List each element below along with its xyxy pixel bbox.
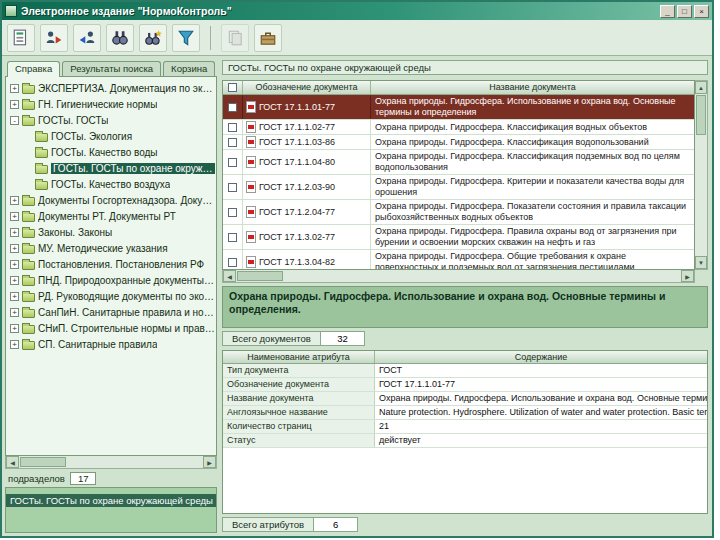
expand-icon[interactable]: + [10, 196, 19, 205]
tree-item[interactable]: +ПНД. Природоохранные документы МПР РФ [7, 272, 215, 288]
tree-item[interactable]: ГОСТы. Экология [7, 128, 215, 144]
pdf-icon[interactable] [246, 181, 256, 193]
table-row[interactable]: ГОСТ 17.1.3.02-77 Охрана природы. Гидрос… [223, 225, 694, 250]
expand-icon[interactable]: + [10, 260, 19, 269]
attributes-table: Наименование атрибута Содержание Тип док… [222, 350, 708, 514]
pdf-icon[interactable] [246, 256, 256, 268]
scroll-left-icon[interactable]: ◀ [223, 270, 236, 282]
filter-icon [177, 29, 195, 47]
tree-item[interactable]: +Документы Госгортехнадзора. Документы Г… [7, 192, 215, 208]
scrollbar-thumb[interactable] [237, 271, 283, 281]
expand-icon[interactable]: + [10, 324, 19, 333]
column-header-name[interactable]: Название документа [371, 81, 694, 94]
expand-icon[interactable]: + [10, 292, 19, 301]
scroll-up-icon[interactable]: ▲ [695, 81, 707, 94]
close-button[interactable]: × [694, 5, 709, 18]
tree-item-selected[interactable]: ГОСТы. ГОСТы по охране окружающей среды [7, 160, 215, 176]
table-row[interactable]: ГОСТ 17.1.2.03-90 Охрана природы. Гидрос… [223, 175, 694, 200]
tree-item[interactable]: +РД. Руководящие документы по экологии [7, 288, 215, 304]
attribute-row[interactable]: Тип документа ГОСТ [223, 364, 707, 378]
titlebar[interactable]: Электронное издание "НормоКонтроль" _ □ … [2, 2, 712, 20]
tree-item[interactable]: +МУ. Методические указания [7, 240, 215, 256]
search-button[interactable] [106, 24, 134, 52]
report-button[interactable] [7, 24, 35, 52]
table-row[interactable]: ГОСТ 17.1.1.04-80 Охрана природы. Гидрос… [223, 150, 694, 175]
pdf-icon[interactable] [246, 136, 256, 148]
expand-icon[interactable]: + [10, 84, 19, 93]
minimize-button[interactable]: _ [660, 5, 675, 18]
briefcase-icon [259, 29, 277, 47]
attribute-row[interactable]: Обозначение документа ГОСТ 17.1.1.01-77 [223, 378, 707, 392]
expand-icon[interactable]: + [10, 276, 19, 285]
pdf-icon[interactable] [246, 206, 256, 218]
tree-item[interactable]: +Законы. Законы [7, 224, 215, 240]
expand-icon[interactable]: + [10, 244, 19, 253]
select-all-checkbox[interactable] [228, 83, 237, 92]
expand-icon[interactable]: + [10, 340, 19, 349]
tab-basket[interactable]: Корзина [163, 61, 215, 76]
tree-item[interactable]: +Постановления. Постановления РФ [7, 256, 215, 272]
tree-item[interactable]: +Документы РТ. Документы РТ [7, 208, 215, 224]
attribute-row[interactable]: Количество страниц 21 [223, 420, 707, 434]
table-row-selected[interactable]: ГОСТ 17.1.1.01-77 Охрана природы. Гидрос… [223, 95, 694, 120]
briefcase-button[interactable] [254, 24, 282, 52]
tree-item[interactable]: +СП. Санитарные правила [7, 336, 215, 352]
doc-checkbox[interactable] [228, 138, 237, 147]
tree-item[interactable]: +ЭКСПЕРТИЗА. Документация по экологии [7, 80, 215, 96]
expand-icon[interactable]: + [10, 212, 19, 221]
table-row[interactable]: ГОСТ 17.1.1.03-86 Охрана природы. Гидрос… [223, 135, 694, 150]
attribute-row[interactable]: Название документа Охрана природы. Гидро… [223, 392, 707, 406]
column-header-designation[interactable]: Обозначение документа [243, 81, 371, 94]
expand-icon[interactable]: + [10, 228, 19, 237]
pdf-icon[interactable] [246, 231, 256, 243]
table-row[interactable]: ГОСТ 17.1.1.02-77 Охрана природы. Гидрос… [223, 120, 694, 135]
attribute-name: Обозначение документа [223, 378, 375, 391]
column-header-attribute[interactable]: Наименование атрибута [223, 351, 375, 363]
scroll-right-icon[interactable]: ▶ [203, 456, 216, 468]
export-selected-button[interactable] [40, 24, 68, 52]
doc-checkbox[interactable] [228, 233, 237, 242]
doc-checkbox[interactable] [228, 208, 237, 217]
table-row[interactable]: ГОСТ 17.1.2.04-77 Охрана природы. Гидрос… [223, 200, 694, 225]
tree-horizontal-scrollbar[interactable]: ◀ ▶ [5, 456, 217, 469]
pdf-icon[interactable] [246, 156, 256, 168]
doc-checkbox[interactable] [228, 183, 237, 192]
maximize-button[interactable]: □ [677, 5, 692, 18]
tree-item[interactable]: +СанПиН. Санитарные правила и нормы [7, 304, 215, 320]
scroll-down-icon[interactable]: ▼ [695, 256, 707, 269]
tree-item[interactable]: ГОСТы. Качество воды [7, 144, 215, 160]
doc-checkbox[interactable] [228, 258, 237, 267]
attribute-value: Охрана природы. Гидросфера. Использовани… [375, 392, 707, 405]
tree-item[interactable]: +ГН. Гигиенические нормы [7, 96, 215, 112]
tree-item-label: Документы Госгортехнадзора. Документы Го… [38, 195, 215, 206]
table-row[interactable]: ГОСТ 17.1.3.04-82 Охрана природы. Гидрос… [223, 250, 694, 270]
tab-reference[interactable]: Справка [7, 61, 60, 77]
scrollbar-thumb[interactable] [20, 457, 66, 467]
doc-checkbox[interactable] [228, 103, 237, 112]
doc-checkbox[interactable] [228, 158, 237, 167]
pdf-icon[interactable] [246, 101, 256, 113]
pdf-icon[interactable] [246, 121, 256, 133]
filter-button[interactable] [172, 24, 200, 52]
tree-item[interactable]: +СНиП. Строительные нормы и правила [7, 320, 215, 336]
attribute-row[interactable]: Статус действует [223, 434, 707, 448]
doc-checkbox[interactable] [228, 123, 237, 132]
folder-icon [22, 117, 35, 126]
scroll-left-icon[interactable]: ◀ [6, 456, 19, 468]
attribute-row[interactable]: Англоязычное название Nature protection.… [223, 406, 707, 420]
column-header-content[interactable]: Содержание [375, 351, 707, 363]
search-results-button[interactable] [139, 24, 167, 52]
total-attributes-label: Всего атрибутов [222, 517, 314, 532]
vertical-scrollbar[interactable]: ▲ ▼ [695, 80, 708, 270]
table-horizontal-scrollbar[interactable]: ◀ ▶ [222, 270, 695, 283]
copy-button[interactable] [221, 24, 249, 52]
scrollbar-thumb[interactable] [696, 95, 706, 135]
tab-search-results[interactable]: Результаты поиска [62, 61, 161, 76]
import-selected-button[interactable] [73, 24, 101, 52]
tree-item[interactable]: -ГОСТы. ГОСТы [7, 112, 215, 128]
expand-icon[interactable]: + [10, 308, 19, 317]
scroll-right-icon[interactable]: ▶ [681, 270, 694, 282]
tree-item[interactable]: ГОСТы. Качество воздуха [7, 176, 215, 192]
collapse-icon[interactable]: - [10, 116, 19, 125]
expand-icon[interactable]: + [10, 100, 19, 109]
